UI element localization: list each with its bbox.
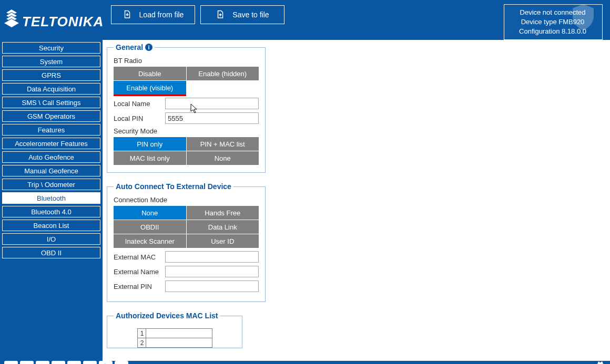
sidebar-item-sms-call-settings[interactable]: SMS \ Call Settings [2, 97, 100, 108]
load-label: Load from file [139, 11, 184, 19]
panel-legend: Authorized Devices MAC List [114, 311, 220, 320]
mac-table[interactable]: 12 [137, 328, 212, 348]
twitter-icon[interactable]: 🐦 [52, 361, 65, 364]
panel-general: General i BT Radio DisableEnable (hidden… [107, 43, 266, 173]
segment-option[interactable]: OBDII [114, 220, 186, 234]
sidebar-item-security[interactable]: Security [2, 42, 100, 54]
panel-autoconnect: Auto Connect To External Device Connecti… [107, 182, 266, 302]
info-icon[interactable]: i [145, 44, 152, 51]
linkedin-icon[interactable]: in [83, 361, 97, 364]
security-mode-label: Security Mode [114, 127, 259, 135]
panel-legend: Auto Connect To External Device [114, 182, 233, 191]
youtube-icon[interactable]: ▶ [36, 361, 49, 364]
settings-gear-button[interactable] [594, 361, 606, 364]
sidebar-item-i-o[interactable]: I/O [2, 233, 100, 245]
brand-logo: TELTONIKA [3, 4, 106, 38]
sidebar-item-system[interactable]: System [2, 56, 100, 67]
bt-radio-label: BT Radio [114, 57, 259, 65]
local-pin-label: Local PIN [114, 115, 165, 122]
external-mac-label: External MAC [114, 253, 165, 261]
load-from-file-button[interactable]: Load from file [111, 5, 195, 24]
segment-option[interactable]: Hands Free [187, 206, 259, 220]
segment-option[interactable]: MAC list only [114, 151, 186, 165]
security-mode-segment: PIN onlyPIN + MAC listMAC list onlyNone [114, 137, 259, 165]
panel-legend: General i [114, 43, 155, 51]
external-mac-input[interactable] [165, 251, 259, 263]
local-name-input[interactable] [165, 98, 259, 109]
facebook-icon[interactable]: f [20, 361, 34, 364]
segment-option[interactable]: Inateck Scanner [114, 234, 186, 248]
sidebar-item-beacon-list[interactable]: Beacon List [2, 220, 100, 231]
sidebar-item-accelerometer-features[interactable]: Accelerometer Features [2, 138, 100, 149]
table-row[interactable]: 1 [137, 329, 212, 338]
external-pin-label: External PIN [114, 283, 165, 290]
sidebar-item-features[interactable]: Features [2, 124, 100, 136]
camera-icon[interactable]: ◎ [67, 361, 81, 364]
legend-text: Authorized Devices MAC List [116, 311, 218, 320]
legend-text: General [116, 43, 143, 51]
footer-bar: ⋮⋮f▶🐦◎in⌒i [0, 361, 610, 364]
segment-option[interactable]: Enable (hidden) [187, 67, 259, 80]
save-label: Save to file [232, 11, 269, 19]
header: TELTONIKA Load from file Save to file De… [0, 0, 610, 40]
segment-option[interactable]: None [187, 151, 259, 165]
segment-option[interactable]: User ID [187, 234, 259, 248]
segment-option[interactable]: None [114, 206, 186, 220]
external-name-label: External Name [114, 268, 165, 276]
local-name-label: Local Name [114, 100, 165, 108]
segment-option[interactable]: Enable (visible) [114, 81, 186, 96]
sidebar-item-manual-geofence[interactable]: Manual Geofence [2, 165, 100, 176]
svg-text:TELTONIKA: TELTONIKA [22, 14, 104, 29]
sidebar-item-data-acquisition[interactable]: Data Acquisition [2, 83, 100, 95]
sidebar-item-gprs[interactable]: GPRS [2, 69, 100, 81]
table-row[interactable]: 2 [137, 338, 212, 348]
save-to-file-button[interactable]: Save to file [200, 5, 284, 24]
external-name-input[interactable] [165, 266, 259, 277]
sidebar-item-gsm-operators[interactable]: GSM Operators [2, 110, 100, 122]
shield-icon [567, 2, 599, 33]
sidebar-item-trip-odometer[interactable]: Trip \ Odometer [2, 179, 100, 190]
device-status-box: Device not connected Device type FMB920 … [504, 4, 603, 40]
sidebar: SecuritySystemGPRSData AcquisitionSMS \ … [0, 40, 103, 361]
grid-icon[interactable]: ⋮⋮ [4, 361, 18, 364]
panel-maclist: Authorized Devices MAC List 12 [107, 311, 242, 348]
segment-option[interactable]: Disable [114, 67, 186, 80]
wifi-icon[interactable]: ⌒ [99, 361, 113, 364]
connection-mode-label: Connection Mode [114, 196, 259, 204]
sidebar-item-auto-geofence[interactable]: Auto Geofence [2, 151, 100, 163]
legend-text: Auto Connect To External Device [116, 182, 231, 191]
connection-mode-segment: NoneHands FreeOBDIIData LinkInateck Scan… [114, 206, 259, 248]
local-pin-input[interactable] [165, 112, 259, 124]
info-icon[interactable]: i [115, 361, 128, 364]
segment-option[interactable]: PIN + MAC list [187, 137, 259, 151]
file-download-icon [123, 10, 132, 19]
external-pin-input[interactable] [165, 280, 259, 292]
gear-icon [594, 361, 606, 364]
segment-option[interactable]: PIN only [114, 137, 186, 151]
sidebar-item-bluetooth-4-0[interactable]: Bluetooth 4.0 [2, 206, 100, 217]
file-upload-icon [216, 10, 225, 19]
sidebar-item-obd-ii[interactable]: OBD II [2, 247, 100, 258]
segment-option[interactable]: Data Link [187, 220, 259, 234]
bt-radio-segment: DisableEnable (hidden)Enable (visible) [114, 67, 259, 95]
sidebar-item-bluetooth[interactable]: Bluetooth [2, 192, 100, 204]
content-area: General i BT Radio DisableEnable (hidden… [103, 40, 610, 361]
